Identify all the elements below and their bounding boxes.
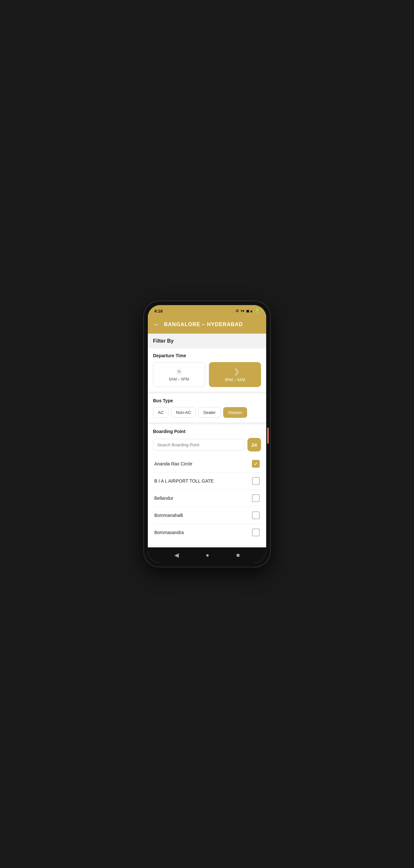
status-time: 4:16 <box>154 309 163 313</box>
list-item: Ananda Rao Circle <box>153 455 261 472</box>
departure-time-section: Departure Time ☀ 6AM – 6PM ☽ 6PM – 6AM <box>148 348 266 392</box>
list-item: B I A L AIRPORT TOLL GATE <box>153 472 261 490</box>
bus-type-section: Bus Type AC Non-AC Seater Sleeper <box>148 394 266 422</box>
time-label-night: 6PM – 6AM <box>225 378 245 382</box>
boarding-checkbox-3[interactable] <box>252 494 260 502</box>
time-option-night[interactable]: ☽ 6PM – 6AM <box>209 362 261 387</box>
boarding-title: Boarding Point <box>153 429 261 434</box>
battery-icon: 🔋 <box>255 309 260 313</box>
boarding-checkbox-1[interactable] <box>252 460 260 468</box>
list-item: Bommanahalli <box>153 507 261 524</box>
recents-nav-button[interactable]: ■ <box>236 552 240 559</box>
boarding-name: Bommanahalli <box>154 513 183 518</box>
moon-icon: ☽ <box>231 367 239 378</box>
bustype-title: Bus Type <box>153 398 261 403</box>
boarding-count-badge: 24 <box>247 438 261 452</box>
back-button[interactable]: ← <box>153 320 160 329</box>
page-title: BANGALORE – HYDERABAD <box>164 321 243 328</box>
content-area: Filter By Departure Time ☀ 6AM – 6PM ☽ 6… <box>148 334 266 547</box>
list-item: Bommasandra <box>153 524 261 541</box>
boarding-name: B I A L AIRPORT TOLL GATE <box>154 478 214 484</box>
header: ← BANGALORE – HYDERABAD <box>148 315 266 334</box>
nav-bar: ◀ ● ■ <box>148 547 266 563</box>
departure-title: Departure Time <box>153 353 261 358</box>
filter-by-section: Filter By <box>148 334 266 346</box>
filter-by-label: Filter By <box>153 338 174 344</box>
bustype-sleeper[interactable]: Sleeper <box>223 407 247 418</box>
boarding-checkbox-4[interactable] <box>252 512 260 519</box>
boarding-name: Ananda Rao Circle <box>154 461 193 466</box>
back-nav-button[interactable]: ◀ <box>174 552 179 559</box>
boarding-section: Boarding Point 24 Ananda Rao Circle B I … <box>148 424 266 546</box>
time-options: ☀ 6AM – 6PM ☽ 6PM – 6AM <box>153 362 261 387</box>
status-icons: ⚙ ▾▾ ◼▲ 🔋 <box>236 309 260 313</box>
bustype-options: AC Non-AC Seater Sleeper <box>153 407 261 418</box>
home-nav-button[interactable]: ● <box>206 552 209 559</box>
gear-icon: ⚙ <box>236 309 239 313</box>
time-label-day: 6AM – 6PM <box>169 377 189 381</box>
boarding-checkbox-5[interactable] <box>252 529 260 536</box>
bustype-nonac[interactable]: Non-AC <box>171 407 196 418</box>
bustype-ac[interactable]: AC <box>153 407 169 418</box>
boarding-list: Ananda Rao Circle B I A L AIRPORT TOLL G… <box>153 455 261 541</box>
signal-icon: ◼▲ <box>246 309 253 313</box>
time-option-day[interactable]: ☀ 6AM – 6PM <box>153 362 205 387</box>
list-item: Bellandur <box>153 490 261 507</box>
sun-icon: ☀ <box>175 367 183 377</box>
status-bar: 4:16 ⚙ ▾▾ ◼▲ 🔋 <box>148 305 266 315</box>
boarding-name: Bommasandra <box>154 530 184 535</box>
boarding-name: Bellandur <box>154 496 173 501</box>
search-boarding-input[interactable] <box>153 439 244 451</box>
boarding-search-row: 24 <box>153 438 261 452</box>
bustype-seater[interactable]: Seater <box>198 407 220 418</box>
boarding-checkbox-2[interactable] <box>252 477 260 485</box>
wifi-icon: ▾▾ <box>241 309 244 313</box>
